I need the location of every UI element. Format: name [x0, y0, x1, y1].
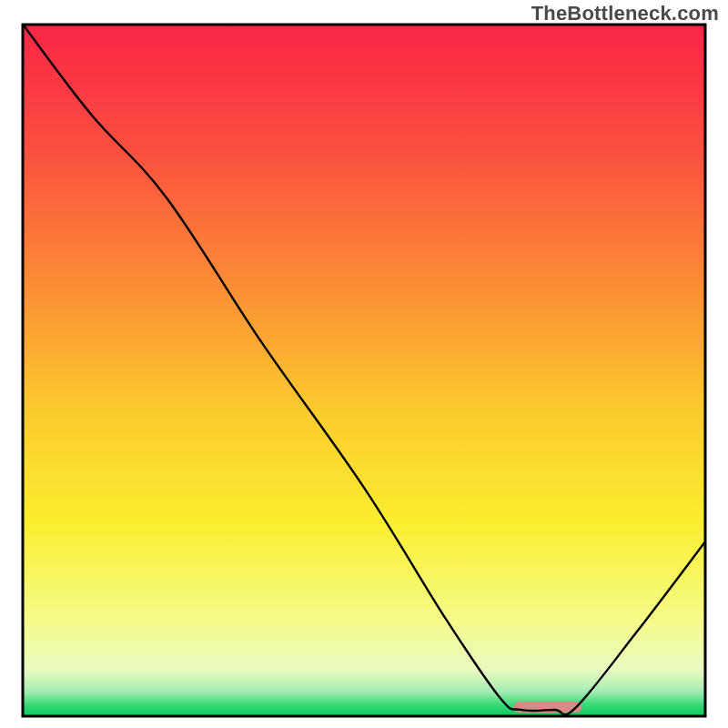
chart-container: TheBottleneck.com — [0, 0, 728, 728]
chart-svg — [0, 0, 728, 728]
plot-background — [24, 25, 704, 715]
